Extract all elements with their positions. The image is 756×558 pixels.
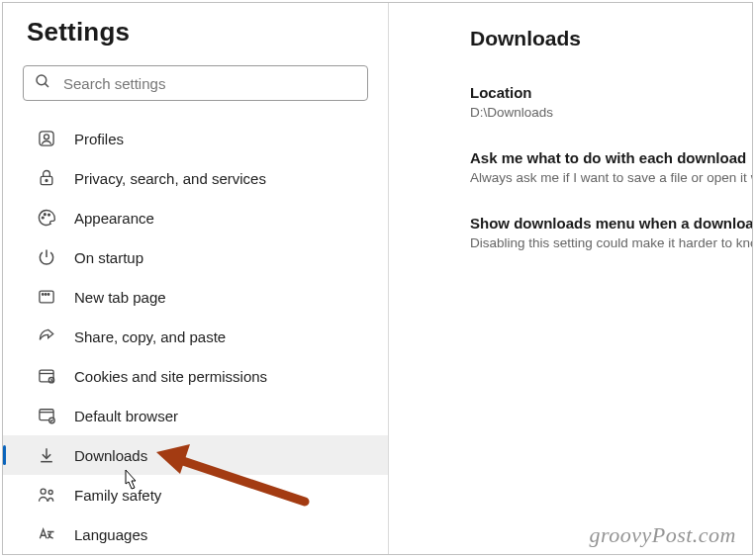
svg-point-5 [46,180,47,182]
svg-point-10 [43,294,45,296]
sidebar-item-languages[interactable]: Languages [3,514,388,554]
sidebar-item-label: Downloads [74,447,147,464]
sidebar-item-profiles[interactable]: Profiles [3,119,388,158]
sidebar-item-downloads[interactable]: Downloads [3,435,388,475]
svg-point-21 [48,491,52,495]
sidebar-item-label: Languages [74,526,147,543]
download-icon [37,445,56,465]
sidebar-item-newtab[interactable]: New tab page [3,277,388,317]
settings-main-panel: Downloads Location D:\Downloads Ask me w… [389,3,752,554]
setting-title: Location [470,84,752,101]
lock-icon [37,168,56,188]
default-browser-icon [37,406,56,425]
power-icon [37,247,56,267]
sidebar-item-label: On startup [74,249,143,266]
profiles-icon [37,129,56,148]
settings-window: Settings [2,2,753,555]
setting-title: Ask me what to do with each download [470,149,752,166]
sidebar-item-startup[interactable]: On startup [3,237,388,277]
setting-location: Location D:\Downloads [470,84,752,120]
sidebar-item-label: Default browser [74,408,178,424]
search-icon [34,72,51,94]
setting-title: Show downloads menu when a downloa [470,215,752,232]
svg-point-3 [45,135,49,140]
cookies-icon [37,366,56,386]
sidebar-item-label: Family safety [74,487,161,504]
sidebar-item-label: Cookies and site permissions [74,368,267,385]
sidebar-item-label: Privacy, search, and services [74,170,266,187]
search-container [23,65,368,101]
appearance-icon [37,208,56,228]
share-icon [37,326,56,346]
page-heading: Downloads [470,27,752,50]
new-tab-icon [37,287,56,307]
svg-line-1 [45,83,48,87]
sidebar-item-label: Share, copy, and paste [74,328,226,345]
svg-point-11 [45,294,47,296]
setting-desc: Always ask me if I want to save a file o… [470,170,752,185]
setting-desc: D:\Downloads [470,105,752,120]
settings-sidebar: Settings [3,3,389,554]
search-input[interactable] [61,74,357,93]
sidebar-item-default-browser[interactable]: Default browser [3,396,388,435]
svg-point-8 [48,214,50,216]
settings-title: Settings [27,17,388,47]
sidebar-item-label: New tab page [74,289,166,306]
svg-point-6 [42,217,44,219]
sidebar-item-privacy[interactable]: Privacy, search, and services [3,158,388,198]
family-icon [37,485,56,505]
setting-desc: Disabling this setting could make it har… [470,235,752,250]
svg-point-20 [41,489,46,494]
settings-nav: Profiles Privacy, search, and services [3,119,388,554]
sidebar-item-family[interactable]: Family safety [3,475,388,514]
svg-rect-9 [40,291,53,303]
setting-show-menu: Show downloads menu when a downloa Disab… [470,215,752,250]
sidebar-item-share[interactable]: Share, copy, and paste [3,317,388,356]
search-settings-box[interactable] [23,65,368,101]
sidebar-item-label: Profiles [74,131,124,147]
svg-point-0 [37,75,47,85]
sidebar-item-appearance[interactable]: Appearance [3,198,388,237]
svg-point-12 [47,294,49,296]
setting-ask-download: Ask me what to do with each download Alw… [470,149,752,185]
svg-point-7 [44,214,46,216]
languages-icon [37,524,56,544]
sidebar-item-cookies[interactable]: Cookies and site permissions [3,356,388,396]
sidebar-item-label: Appearance [74,210,154,227]
